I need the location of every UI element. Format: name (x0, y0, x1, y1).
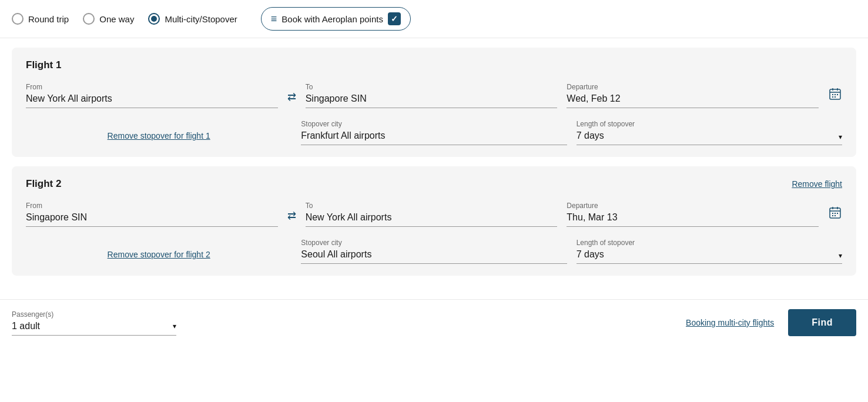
flight-2-stopover-length-field[interactable]: 7 days ▾ (577, 249, 842, 264)
main-content: Flight 1 From New York All airports ⇄ To… (0, 38, 868, 294)
flight-1-to-value[interactable]: Singapore SIN (306, 93, 558, 108)
passengers-value: 1 adult (12, 321, 173, 331)
flight-1-stopover-city-value[interactable]: Frankfurt All airports (301, 130, 567, 145)
flight-2-swap-icon[interactable]: ⇄ (287, 209, 296, 227)
find-button[interactable]: Find (788, 309, 856, 336)
svg-rect-16 (832, 215, 833, 216)
aeroplan-checkbox[interactable] (388, 12, 401, 25)
multi-city-radio[interactable] (148, 13, 160, 25)
flight-2-calendar-icon[interactable] (828, 206, 842, 227)
flight-2-remove-stopover[interactable]: Remove stopover for flight 2 (26, 250, 291, 264)
trip-type-bar: Round trip One way Multi-city/Stopover ≡… (0, 0, 868, 38)
flight-2-to-group: To New York All airports (306, 202, 558, 227)
flight-1-stopover-row: Remove stopover for flight 1 Stopover ci… (26, 120, 842, 145)
passengers-group: Passenger(s) 1 adult ▾ (12, 310, 176, 336)
booking-multi-city-link[interactable]: Booking multi-city flights (686, 318, 774, 327)
svg-rect-13 (832, 213, 833, 214)
flight-1-title: Flight 1 (26, 59, 61, 71)
flight-2-stopover-dropdown-arrow[interactable]: ▾ (839, 252, 842, 260)
flight-2-stopover-city-value[interactable]: Seoul All airports (301, 249, 567, 264)
flight-2-from-group: From Singapore SIN (26, 202, 278, 227)
round-trip-radio[interactable] (12, 13, 24, 25)
flight-2-title: Flight 2 (26, 178, 61, 190)
flight-1-header: Flight 1 (26, 59, 842, 71)
passengers-dropdown-arrow: ▾ (173, 322, 176, 330)
flight-2-departure-group: Departure Thu, Mar 13 (567, 202, 819, 227)
svg-rect-17 (835, 215, 836, 216)
bottom-bar: Passenger(s) 1 adult ▾ Booking multi-cit… (0, 299, 868, 346)
flight-2-stopover-length-group: Length of stopover 7 days ▾ (577, 239, 842, 264)
aeroplan-button[interactable]: ≡ Book with Aeroplan points (261, 7, 411, 31)
round-trip-option[interactable]: Round trip (12, 13, 69, 25)
flight-1-stopover-dropdown-arrow[interactable]: ▾ (839, 133, 842, 141)
flight-2-departure-value[interactable]: Thu, Mar 13 (567, 212, 819, 227)
passengers-label: Passenger(s) (12, 310, 176, 319)
flight-1-from-group: From New York All airports (26, 83, 278, 108)
flight-1-stopover-length-value: 7 days (577, 130, 834, 141)
flight-1-to-group: To Singapore SIN (306, 83, 558, 108)
flight-2-stopover-city-label: Stopover city (301, 239, 567, 247)
flight-2-from-value[interactable]: Singapore SIN (26, 212, 278, 227)
flight-2-stopover-length-value: 7 days (577, 249, 834, 260)
aeroplan-text: Book with Aeroplan points (281, 14, 383, 24)
svg-rect-15 (837, 213, 838, 214)
flight-1-departure-group: Departure Wed, Feb 12 (567, 83, 819, 108)
flight-2-row: From Singapore SIN ⇄ To New York All air… (26, 202, 842, 227)
flight-1-stopover-length-field[interactable]: 7 days ▾ (577, 130, 842, 145)
svg-rect-5 (835, 94, 836, 95)
flight-2-stopover-city-group: Stopover city Seoul All airports (301, 239, 567, 264)
passengers-dropdown[interactable]: 1 adult ▾ (12, 321, 176, 336)
flight-2-from-label: From (26, 202, 278, 210)
flight-1-stopover-length-label: Length of stopover (577, 120, 842, 128)
flight-1-from-value[interactable]: New York All airports (26, 93, 278, 108)
flight-2-card: Flight 2 Remove flight From Singapore SI… (12, 166, 856, 276)
flight-2-to-label: To (306, 202, 558, 210)
flight-2-departure-label: Departure (567, 202, 819, 210)
svg-rect-7 (832, 96, 833, 98)
flight-2-header: Flight 2 Remove flight (26, 178, 842, 190)
svg-rect-4 (832, 94, 833, 95)
flight-1-stopover-city-group: Stopover city Frankfurt All airports (301, 120, 567, 145)
flight-1-swap-icon[interactable]: ⇄ (287, 91, 296, 108)
flight-2-stopover-row: Remove stopover for flight 2 Stopover ci… (26, 239, 842, 264)
flight-1-card: Flight 1 From New York All airports ⇄ To… (12, 48, 856, 157)
one-way-option[interactable]: One way (83, 13, 134, 25)
svg-rect-8 (835, 96, 836, 98)
flight-1-departure-value[interactable]: Wed, Feb 12 (567, 93, 819, 108)
remove-flight-button[interactable]: Remove flight (792, 179, 842, 189)
one-way-label: One way (99, 14, 134, 24)
flight-1-remove-stopover[interactable]: Remove stopover for flight 1 (26, 131, 291, 145)
flight-1-row: From New York All airports ⇄ To Singapor… (26, 83, 842, 108)
flight-1-stopover-length-group: Length of stopover 7 days ▾ (577, 120, 842, 145)
flight-2-to-value[interactable]: New York All airports (306, 212, 558, 227)
one-way-radio[interactable] (83, 13, 95, 25)
flight-1-departure-label: Departure (567, 83, 819, 91)
flight-1-to-label: To (306, 83, 558, 91)
aeroplan-icon: ≡ (271, 13, 277, 25)
flight-1-calendar-icon[interactable] (828, 87, 842, 108)
multi-city-option[interactable]: Multi-city/Stopover (148, 13, 237, 25)
round-trip-label: Round trip (28, 14, 69, 24)
flight-2-stopover-length-label: Length of stopover (577, 239, 842, 247)
flight-1-from-label: From (26, 83, 278, 91)
multi-city-label: Multi-city/Stopover (165, 14, 237, 24)
bottom-right: Booking multi-city flights Find (686, 309, 856, 336)
svg-rect-14 (835, 213, 836, 214)
svg-rect-6 (837, 94, 838, 95)
flight-1-stopover-city-label: Stopover city (301, 120, 567, 128)
